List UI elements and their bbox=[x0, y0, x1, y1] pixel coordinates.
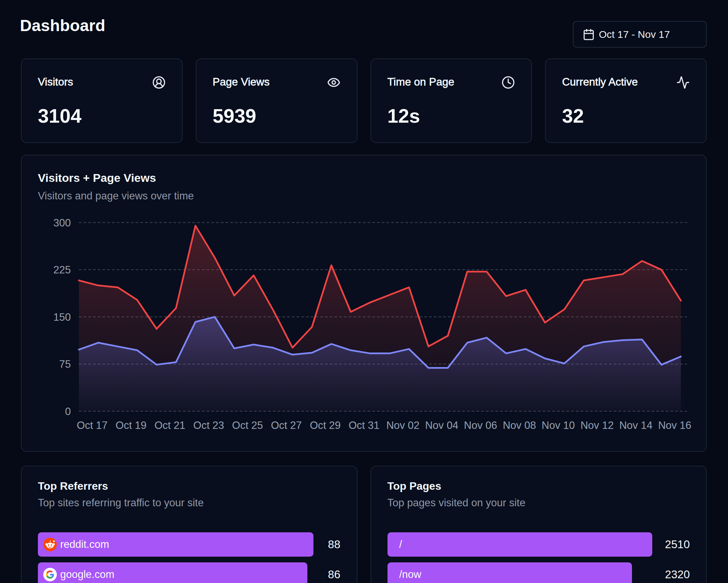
svg-text:Oct 27: Oct 27 bbox=[271, 419, 302, 431]
svg-text:Oct 19: Oct 19 bbox=[116, 419, 146, 431]
svg-text:150: 150 bbox=[53, 311, 71, 323]
svg-text:Oct 21: Oct 21 bbox=[155, 419, 185, 431]
svg-text:Nov 14: Nov 14 bbox=[619, 419, 652, 431]
svg-text:Oct 23: Oct 23 bbox=[193, 419, 224, 431]
svg-text:Oct 31: Oct 31 bbox=[349, 419, 379, 431]
svg-text:Nov 12: Nov 12 bbox=[581, 419, 614, 431]
svg-text:Nov 06: Nov 06 bbox=[464, 419, 497, 431]
svg-text:Oct 17: Oct 17 bbox=[77, 419, 108, 431]
svg-text:Oct 25: Oct 25 bbox=[232, 419, 263, 431]
svg-text:300: 300 bbox=[53, 217, 71, 229]
svg-text:Nov 10: Nov 10 bbox=[542, 419, 575, 431]
svg-text:75: 75 bbox=[59, 358, 71, 370]
svg-text:Nov 04: Nov 04 bbox=[425, 419, 458, 431]
svg-text:225: 225 bbox=[53, 264, 71, 276]
svg-text:Nov 16: Nov 16 bbox=[658, 419, 691, 431]
svg-text:0: 0 bbox=[65, 406, 71, 417]
svg-text:Nov 08: Nov 08 bbox=[503, 419, 536, 431]
svg-text:Oct 29: Oct 29 bbox=[310, 419, 340, 431]
svg-text:Nov 02: Nov 02 bbox=[386, 419, 419, 431]
